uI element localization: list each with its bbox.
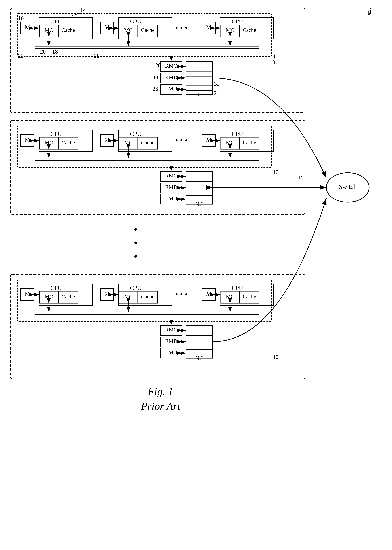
- node2-rmc-label: RMC: [165, 173, 177, 179]
- ref-24: 24: [214, 90, 220, 96]
- node3-u3-mc-label: MC: [226, 294, 234, 300]
- node2-dots: • • •: [175, 136, 188, 145]
- node3-u2-mc-label: MC: [124, 294, 133, 300]
- ref-10-node3: 10: [273, 354, 279, 360]
- node1-u3-mc-label: MC: [226, 27, 234, 33]
- node3-u2-cpu-label: CPU: [130, 285, 141, 291]
- figure-label: Fig. 1: [147, 385, 173, 397]
- main-svg: 14 16 8 M CPU MC Cache M CPU MC C: [0, 0, 392, 550]
- node1-u2-cpu-label: CPU: [130, 18, 141, 25]
- diagram-container: 14 16 8 M CPU MC Cache M CPU MC C: [0, 0, 392, 550]
- node1-u1-mc-label: MC: [45, 27, 53, 33]
- node2-u1-cache-label: Cache: [62, 139, 75, 145]
- node3-u3-cpu-label: CPU: [232, 285, 243, 291]
- node2-u2-mc-label: MC: [124, 139, 133, 145]
- node3-u1-cpu-label: CPU: [50, 285, 62, 291]
- node3-nc-outer: [186, 326, 213, 358]
- node3-dots: • • •: [175, 290, 188, 299]
- node3-u1-m-label: M: [25, 290, 30, 297]
- node1-u1-m-label: M: [25, 24, 30, 30]
- node2-u1-m-label: M: [25, 137, 30, 143]
- node1-dots: • • •: [175, 23, 188, 32]
- ref-16: 16: [18, 15, 24, 21]
- node3-lmd-label: LMD: [165, 349, 177, 355]
- node1-u2-cache-label: Cache: [141, 27, 154, 33]
- node1-nc-outer: [186, 62, 213, 94]
- node1-u3-cpu-label: CPU: [232, 18, 243, 25]
- node2-nc-outer: [186, 171, 213, 204]
- node3-u2-cache-label: Cache: [141, 294, 154, 300]
- node3-u3-m-label: M: [206, 290, 211, 297]
- node3-u1-mc-label: MC: [45, 294, 53, 300]
- node3-nc-switch-line: [213, 198, 326, 342]
- ref-32: 32: [214, 81, 220, 87]
- ref-10-node2: 10: [273, 169, 279, 175]
- ref-28: 28: [155, 62, 161, 68]
- section-dots2: •: [134, 237, 138, 249]
- node1-u1-cpu-label: CPU: [50, 18, 62, 25]
- node3-u1-cache-label: Cache: [62, 294, 75, 300]
- node1-u2-mc-label: MC: [124, 27, 133, 33]
- node1-rmc-label: RMC: [165, 63, 177, 69]
- node1-u2-m-label: M: [104, 24, 110, 30]
- node2-u2-cpu-label: CPU: [130, 131, 141, 137]
- node2-rmd-label: RMD: [165, 184, 177, 190]
- node1-u1-cache-label: Cache: [62, 27, 75, 33]
- node2-lmd-label: LMD: [165, 195, 177, 201]
- node1-rmd-label: RMD: [165, 74, 177, 80]
- section-dots3: •: [134, 250, 138, 262]
- ref-22: 22: [18, 53, 24, 59]
- node1-nc-label: NC: [196, 92, 203, 98]
- node1-u3-cache-label: Cache: [243, 27, 256, 33]
- node2-u1-mc-label: MC: [45, 139, 53, 145]
- node3-nc-label: NC: [196, 355, 203, 362]
- ref-30: 30: [153, 74, 158, 80]
- section-dots: •: [134, 224, 138, 235]
- ref-26: 26: [153, 86, 158, 92]
- ref-20: 20: [40, 49, 46, 55]
- node2-u3-cpu-label: CPU: [232, 131, 243, 137]
- node1-u3-m-label: M: [206, 24, 211, 30]
- ref-12: 12: [298, 174, 304, 181]
- node2-u3-m-label: M: [206, 137, 211, 143]
- node2-u3-mc-label: MC: [226, 139, 234, 145]
- node3-rmc-label: RMC: [165, 327, 177, 333]
- ref-11: 11: [94, 53, 99, 59]
- ref-14: 14: [80, 7, 86, 13]
- node1-lmd-label: LMD: [165, 86, 177, 92]
- node2-u2-cache-label: Cache: [141, 139, 154, 145]
- node3-u2-m-label: M: [104, 290, 110, 297]
- node3-u3-cache-label: Cache: [243, 294, 256, 300]
- node2-u1-cpu-label: CPU: [50, 131, 62, 137]
- prior-art-label: Prior Art: [141, 400, 180, 412]
- node2-nc-label: NC: [196, 201, 203, 207]
- node3-rmd-label: RMD: [165, 338, 177, 344]
- switch-label: Switch: [339, 183, 357, 190]
- node2-u3-cache-label: Cache: [243, 139, 256, 145]
- ref-18: 18: [52, 49, 58, 55]
- node2-u2-m-label: M: [104, 137, 110, 143]
- node1-nc-switch-line: [213, 78, 326, 178]
